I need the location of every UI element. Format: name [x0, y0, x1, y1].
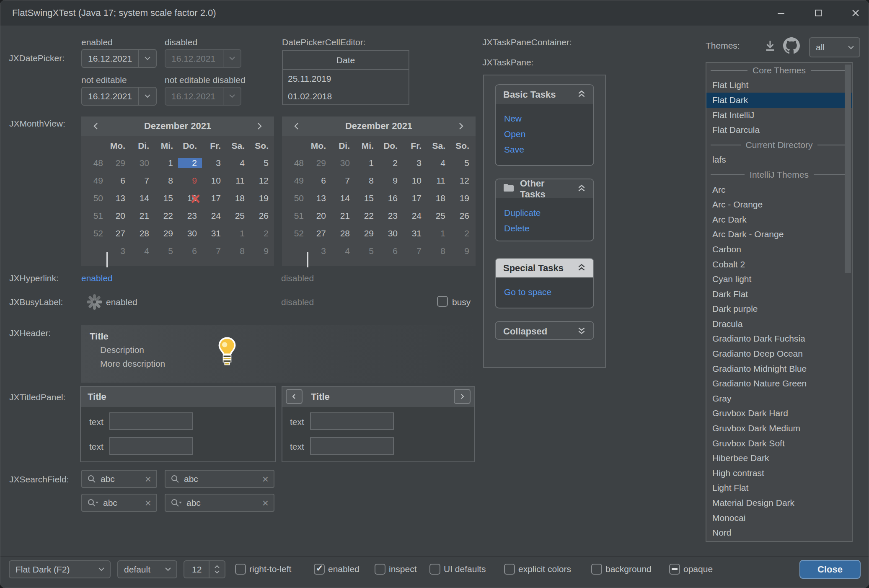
calendar-day[interactable]: 9 — [178, 176, 202, 186]
calendar-day[interactable]: 12 — [450, 176, 474, 186]
chevron-down-icon[interactable] — [138, 88, 156, 105]
calendar-day[interactable]: 3 — [403, 158, 427, 168]
download-themes-button[interactable] — [763, 39, 777, 55]
calendar-day[interactable]: 2 — [450, 228, 474, 238]
taskpane-group-header[interactable]: Other Tasks — [496, 179, 593, 198]
calendar-day[interactable]: 16× — [178, 193, 202, 203]
table-row[interactable]: 01.02.2018 — [283, 88, 409, 105]
calendar-day[interactable]: 30 — [178, 228, 202, 238]
calendar-day[interactable]: 30 — [331, 158, 355, 168]
theme-list-item[interactable]: Cyan light — [706, 272, 852, 287]
calendar-day[interactable]: 20 — [307, 211, 331, 221]
panel-next-button[interactable] — [454, 389, 471, 404]
checkbox-inspect[interactable] — [375, 564, 385, 575]
chevron-collapse-icon[interactable] — [577, 263, 586, 273]
theme-list-item[interactable]: Gradianto Midnight Blue — [706, 361, 852, 376]
themes-filter-combo[interactable]: all — [809, 37, 860, 57]
calendar-day[interactable]: 10 — [403, 176, 427, 186]
theme-list-item[interactable]: Dark purple — [706, 302, 852, 317]
calendar-day[interactable]: 23 — [178, 211, 202, 221]
panel-prev-button[interactable] — [286, 389, 303, 404]
font-family-combo[interactable]: default — [117, 560, 177, 578]
spinner-down-icon[interactable] — [215, 570, 220, 574]
taskpane-link[interactable]: Save — [504, 142, 593, 157]
font-size-spinner[interactable]: 12 — [184, 560, 225, 578]
calendar-day[interactable]: 21 — [130, 211, 154, 221]
calendar-day[interactable]: 3 — [202, 158, 226, 168]
minimize-button[interactable] — [768, 0, 794, 26]
calendar-day[interactable]: 23 — [379, 211, 403, 221]
theme-list-item[interactable]: Monocai — [706, 510, 852, 526]
calendar-day[interactable]: 4 — [130, 246, 154, 256]
search-value[interactable]: abc — [101, 474, 141, 484]
theme-list-item[interactable]: Gruvbox Dark Soft — [706, 436, 852, 451]
calendar-day[interactable]: 2 — [379, 158, 403, 168]
theme-list-item[interactable]: Dracula — [706, 316, 852, 332]
calendar-day[interactable]: 29 — [307, 158, 331, 168]
calendar-prev-icon[interactable] — [290, 119, 304, 133]
calendar-day[interactable]: 29 — [154, 228, 178, 238]
theme-list-item[interactable]: Hiberbee Dark — [706, 451, 852, 466]
calendar-day[interactable]: 20 — [106, 211, 130, 221]
theme-list-item[interactable]: Dark Flat — [706, 287, 852, 302]
text-input[interactable] — [109, 437, 193, 455]
calendar-next-icon[interactable] — [454, 119, 468, 133]
github-button[interactable] — [783, 37, 800, 56]
calendar-prev-icon[interactable] — [89, 119, 103, 133]
theme-list-item[interactable]: Flat Dark — [706, 93, 852, 108]
search-icon[interactable] — [87, 474, 96, 484]
calendar-day[interactable]: 1 — [226, 228, 250, 238]
chevron-down-icon[interactable] — [138, 50, 156, 67]
calendar-day[interactable]: 25 — [427, 211, 450, 221]
hyperlink-enabled[interactable]: enabled — [81, 273, 113, 283]
calendar-day[interactable]: 9 — [250, 246, 274, 256]
busy-checkbox[interactable] — [437, 296, 448, 307]
calendar-day[interactable]: 7 — [130, 176, 154, 186]
clear-icon[interactable]: × — [262, 497, 269, 508]
theme-list-item[interactable]: Arc — [706, 182, 852, 197]
calendar-day[interactable]: 15 — [355, 193, 379, 203]
clear-icon[interactable]: × — [262, 474, 269, 484]
theme-list-item[interactable]: Gradianto Dark Fuchsia — [706, 332, 852, 347]
calendar-day[interactable]: 13 — [106, 193, 130, 203]
calendar-day[interactable]: 18 — [427, 193, 450, 203]
calendar-day[interactable]: 29 — [355, 228, 379, 238]
calendar-day[interactable]: 5 — [154, 246, 178, 256]
calendar-day[interactable]: 6 — [106, 176, 130, 186]
chevron-collapse-icon[interactable] — [577, 90, 586, 100]
calendar-day[interactable]: 1 — [154, 158, 178, 168]
calendar-day[interactable]: 19 — [450, 193, 474, 203]
search-value[interactable]: abc — [186, 498, 258, 508]
calendar-day[interactable]: 11 — [427, 176, 450, 186]
calendar-day[interactable]: 8 — [427, 246, 450, 256]
calendar-day[interactable]: 14 — [130, 193, 154, 203]
calendar-day[interactable]: 28 — [130, 228, 154, 238]
calendar-day[interactable]: 3 — [307, 246, 331, 256]
taskpane-link[interactable]: New — [504, 111, 593, 126]
calendar-day[interactable]: 6 — [178, 246, 202, 256]
theme-list-item[interactable]: Light Flat — [706, 481, 852, 496]
calendar-day[interactable]: 3 — [106, 246, 130, 256]
search-value[interactable]: abc — [184, 474, 258, 484]
calendar-day[interactable]: 2 — [250, 228, 274, 238]
datepicker-enabled[interactable]: 16.12.2021 — [81, 49, 157, 68]
calendar-day[interactable]: 5 — [355, 246, 379, 256]
theme-list-item[interactable]: lafs — [706, 153, 852, 168]
calendar-day[interactable]: 9 — [379, 176, 403, 186]
calendar-day[interactable]: 14 — [331, 193, 355, 203]
text-input[interactable] — [310, 412, 394, 430]
theme-list-item[interactable]: Gradianto Deep Ocean — [706, 346, 852, 361]
search-dropdown-icon[interactable] — [171, 498, 182, 508]
calendar-day[interactable]: 31 — [202, 228, 226, 238]
search-field[interactable]: abc × — [165, 470, 274, 488]
calendar-day[interactable]: 30 — [130, 158, 154, 168]
calendar-day[interactable]: 18 — [226, 193, 250, 203]
taskpane-link[interactable]: Duplicate — [504, 205, 593, 220]
calendar-day[interactable]: 5 — [450, 158, 474, 168]
theme-list-item[interactable]: Carbon — [706, 242, 852, 257]
theme-list-item[interactable]: Cobalt 2 — [706, 257, 852, 272]
close-window-button[interactable] — [843, 0, 869, 26]
calendar-day[interactable]: 30 — [379, 228, 403, 238]
calendar-day[interactable]: 7 — [331, 176, 355, 186]
checkbox-enabled[interactable] — [314, 564, 325, 575]
